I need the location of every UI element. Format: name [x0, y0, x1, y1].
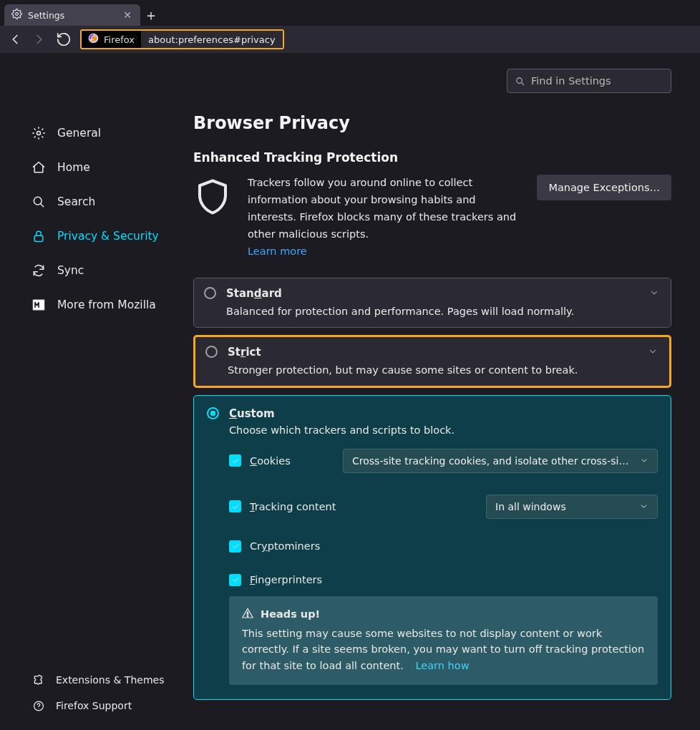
sidebar-item-label: Firefox Support — [56, 700, 132, 711]
standard-title: Standard — [226, 287, 282, 300]
settings-search-input[interactable]: Find in Settings — [507, 69, 671, 93]
cryptominers-label: Cryptominers — [250, 540, 320, 552]
radio-strict[interactable] — [205, 346, 218, 358]
sidebar: General Home Search Privacy & Security S… — [0, 53, 193, 730]
svg-rect-10 — [247, 615, 248, 616]
svg-rect-4 — [34, 235, 43, 241]
tracking-label: Tracking content — [250, 501, 336, 512]
manage-exceptions-button[interactable]: Manage Exceptions… — [537, 175, 671, 200]
strict-title: Strict — [228, 346, 261, 359]
custom-title: Custom — [229, 407, 275, 420]
url-chip-label: Firefox — [104, 34, 135, 45]
protection-option-standard[interactable]: Standard Balanced for protection and per… — [193, 278, 671, 328]
sidebar-item-general[interactable]: General — [27, 116, 185, 150]
svg-point-8 — [517, 77, 522, 83]
sidebar-item-label: Search — [57, 195, 95, 208]
toolbar: Firefox about:preferences#privacy — [0, 26, 700, 53]
url-bar[interactable]: Firefox about:preferences#privacy — [80, 29, 284, 49]
tracking-select[interactable]: In all windows — [486, 495, 658, 519]
sidebar-item-label: Extensions & Themes — [56, 674, 164, 686]
checkbox-fingerprinters[interactable] — [229, 574, 241, 586]
warning-icon — [242, 608, 253, 621]
back-icon[interactable] — [7, 31, 23, 47]
search-placeholder: Find in Settings — [531, 75, 611, 87]
standard-desc: Balanced for protection and performance.… — [226, 306, 661, 317]
close-tab-icon[interactable]: ✕ — [122, 8, 133, 22]
chevron-down-icon — [640, 456, 648, 465]
checkbox-cookies[interactable] — [229, 454, 241, 467]
chevron-down-icon — [639, 502, 648, 511]
url-path: about:preferences#privacy — [141, 31, 283, 48]
page-title: Browser Privacy — [193, 113, 671, 133]
strict-desc: Stronger protection, but may cause some … — [228, 364, 659, 376]
sidebar-extensions[interactable]: Extensions & Themes — [27, 667, 185, 693]
custom-desc: Choose which trackers and scripts to blo… — [229, 424, 658, 436]
sidebar-item-sync[interactable]: Sync — [27, 253, 185, 288]
forward-icon — [31, 31, 47, 47]
radio-custom[interactable] — [207, 407, 219, 419]
sidebar-item-search[interactable]: Search — [27, 185, 185, 219]
svg-point-7 — [39, 708, 39, 709]
sidebar-item-label: General — [57, 127, 101, 140]
cookies-select[interactable]: Cross-site tracking cookies, and isolate… — [343, 449, 658, 473]
firefox-icon — [88, 33, 99, 46]
protection-option-strict[interactable]: Strict Stronger protection, but may caus… — [193, 335, 671, 388]
new-tab-button[interactable]: ＋ — [140, 4, 162, 26]
learn-more-link[interactable]: Learn more — [248, 245, 307, 257]
radio-standard[interactable] — [204, 287, 216, 299]
section-title: Enhanced Tracking Protection — [193, 150, 671, 165]
learn-how-link[interactable]: Learn how — [415, 660, 469, 671]
intro-text: Trackers follow you around online to col… — [248, 175, 521, 243]
chevron-down-icon[interactable] — [649, 287, 659, 301]
cookies-label: Cookies — [250, 455, 291, 467]
checkbox-tracking[interactable] — [229, 500, 241, 512]
protection-option-custom: Custom Choose which trackers and scripts… — [193, 395, 671, 700]
url-identity-chip[interactable]: Firefox — [82, 31, 141, 48]
tab-title: Settings — [28, 10, 64, 21]
sidebar-item-label: Home — [57, 161, 90, 174]
search-icon — [515, 76, 525, 87]
fingerprinters-label: Fingerprinters — [250, 574, 322, 585]
tab-settings[interactable]: Settings ✕ — [4, 4, 140, 26]
sidebar-item-home[interactable]: Home — [27, 150, 185, 185]
heads-up-info: Heads up! This setting may cause some we… — [229, 596, 658, 685]
svg-point-2 — [37, 132, 41, 135]
chevron-down-icon[interactable] — [648, 346, 658, 359]
gear-icon — [11, 9, 22, 21]
shield-icon — [193, 175, 232, 222]
sidebar-item-label: Sync — [57, 264, 84, 277]
main-content: Find in Settings Browser Privacy Enhance… — [193, 53, 700, 730]
svg-rect-9 — [247, 612, 248, 615]
sidebar-item-label: Privacy & Security — [57, 230, 159, 243]
sidebar-item-label: More from Mozilla — [57, 298, 156, 311]
svg-point-0 — [16, 13, 19, 16]
sidebar-item-more-mozilla[interactable]: More from Mozilla — [27, 288, 185, 322]
tab-strip: Settings ✕ ＋ — [0, 0, 700, 26]
info-heading: Heads up! — [261, 608, 320, 620]
sidebar-support[interactable]: Firefox Support — [27, 693, 185, 719]
sidebar-item-privacy[interactable]: Privacy & Security — [27, 219, 185, 253]
checkbox-cryptominers[interactable] — [229, 540, 241, 553]
reload-icon[interactable] — [56, 31, 72, 47]
